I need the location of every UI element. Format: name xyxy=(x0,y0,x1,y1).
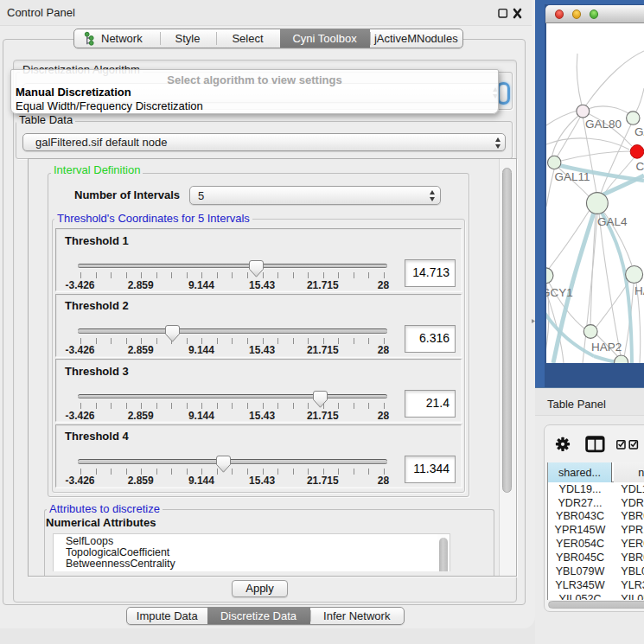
svg-text:GAL11: GAL11 xyxy=(555,170,590,183)
svg-text:HA: HA xyxy=(634,284,644,297)
svg-text:GA: GA xyxy=(634,125,644,138)
svg-text:HAP2: HAP2 xyxy=(591,341,622,354)
svg-text:GAL4: GAL4 xyxy=(597,215,628,228)
svg-text:GCY1: GCY1 xyxy=(546,286,573,299)
svg-text:CR: CR xyxy=(636,160,644,173)
svg-text:GAL80: GAL80 xyxy=(585,118,622,131)
